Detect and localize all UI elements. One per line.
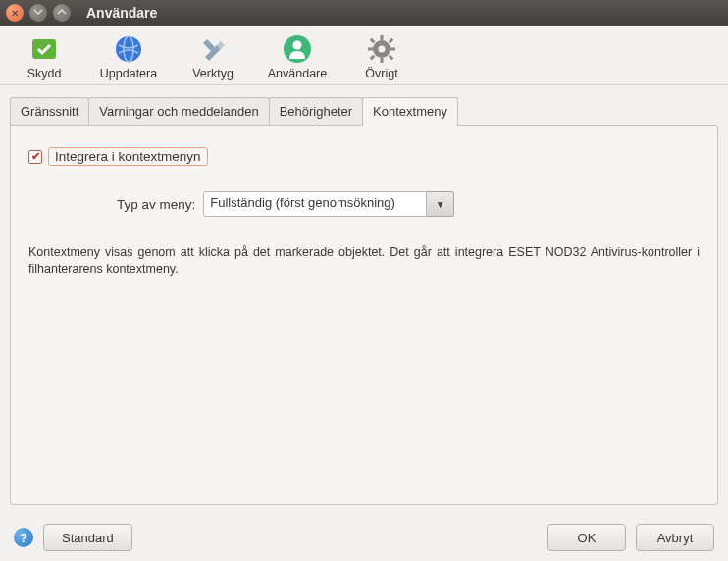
- contextmenu-description: Kontextmeny visas genom att klicka på de…: [28, 244, 700, 278]
- svg-point-1: [116, 36, 141, 62]
- toolbar-label: Användare: [268, 67, 327, 80]
- tabs: Gränssnitt Varningar och meddelanden Beh…: [10, 97, 718, 126]
- svg-rect-12: [389, 38, 394, 44]
- svg-point-6: [379, 46, 386, 53]
- cancel-button[interactable]: Avbryt: [636, 524, 714, 551]
- toolbar-item-ovrigt[interactable]: Övrigt: [351, 33, 412, 80]
- svg-point-4: [293, 41, 302, 50]
- menu-type-label: Typ av meny:: [117, 197, 195, 212]
- footer: ? Standard OK Avbryt: [0, 516, 728, 559]
- toolbar-label: Skydd: [27, 67, 62, 80]
- tools-icon: [197, 33, 229, 65]
- tab-varningar[interactable]: Varningar och meddelanden: [88, 97, 269, 126]
- standard-button[interactable]: Standard: [43, 524, 132, 551]
- ok-button[interactable]: OK: [547, 524, 626, 551]
- toolbar-label: Verktyg: [192, 67, 234, 80]
- menu-type-combobox[interactable]: Fullständig (först genomsökning) ▼: [203, 191, 454, 217]
- checkmark-icon: ✔: [31, 150, 40, 163]
- toolbar-item-verktyg[interactable]: Verktyg: [182, 33, 243, 80]
- window-maximize-button[interactable]: [53, 4, 71, 22]
- svg-rect-13: [370, 55, 376, 61]
- help-button[interactable]: ?: [14, 528, 33, 547]
- menu-type-row: Typ av meny: Fullständig (först genomsök…: [117, 191, 700, 217]
- window-title: Användare: [86, 5, 157, 21]
- window-close-button[interactable]: ✕: [6, 4, 24, 22]
- toolbar-item-skydd[interactable]: Skydd: [14, 33, 75, 80]
- close-icon: ✕: [11, 8, 19, 19]
- titlebar: ✕ Användare: [0, 0, 728, 26]
- menu-type-dropdown-button[interactable]: ▼: [427, 191, 454, 217]
- toolbar: Skydd Uppdatera Verktyg Användare Övrigt: [0, 26, 728, 85]
- help-icon: ?: [20, 531, 27, 545]
- toolbar-label: Uppdatera: [100, 67, 157, 80]
- svg-rect-14: [389, 55, 394, 61]
- triangle-down-icon: ▼: [436, 199, 445, 210]
- user-icon: [282, 33, 313, 65]
- svg-rect-9: [368, 48, 373, 51]
- integrate-checkbox[interactable]: ✔: [28, 150, 42, 164]
- window-minimize-button[interactable]: [29, 4, 47, 22]
- svg-rect-10: [390, 48, 395, 51]
- svg-rect-11: [370, 38, 376, 44]
- toolbar-item-uppdatera[interactable]: Uppdatera: [98, 33, 159, 80]
- tab-behorigheter[interactable]: Behörigheter: [269, 97, 363, 126]
- tab-kontextmeny[interactable]: Kontextmeny: [362, 97, 458, 126]
- menu-type-value: Fullständig (först genomsökning): [203, 191, 427, 217]
- integrate-checkbox-label: Integrera i kontextmenyn: [48, 147, 208, 166]
- integrate-checkbox-row: ✔ Integrera i kontextmenyn: [28, 147, 700, 166]
- gear-icon: [366, 33, 397, 65]
- chevron-up-icon: [57, 7, 67, 19]
- toolbar-label: Övrigt: [365, 67, 397, 80]
- toolbar-item-anvandare[interactable]: Användare: [267, 33, 328, 80]
- chevron-down-icon: [33, 7, 43, 19]
- tab-panel-kontextmeny: ✔ Integrera i kontextmenyn Typ av meny: …: [10, 125, 718, 505]
- svg-rect-8: [381, 58, 384, 63]
- tab-granssnitt[interactable]: Gränssnitt: [10, 97, 89, 126]
- shield-icon: [28, 33, 60, 65]
- globe-icon: [113, 33, 144, 65]
- svg-rect-7: [381, 35, 384, 40]
